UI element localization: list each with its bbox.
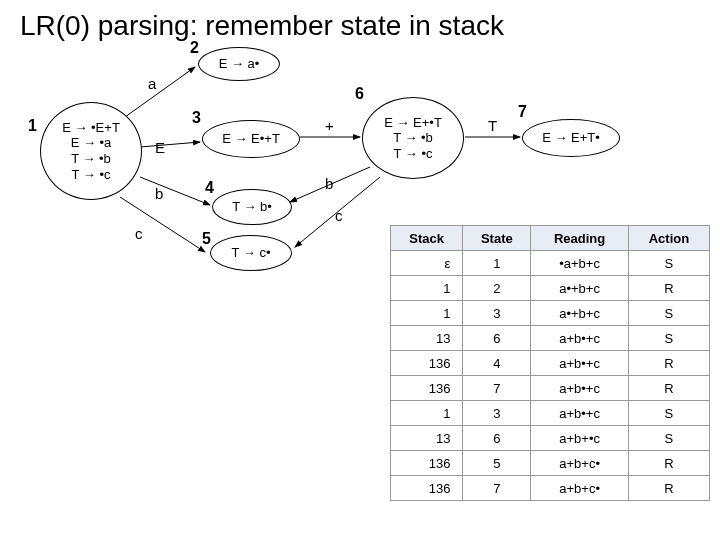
state-4: T → b• [212, 189, 292, 225]
cell: 1 [463, 251, 531, 276]
state-7-label: 7 [518, 103, 527, 121]
cell: a+b•+c [531, 401, 629, 426]
state-1-label: 1 [28, 117, 37, 135]
cell: R [628, 476, 709, 501]
cell: 1 [391, 301, 463, 326]
state-5-label: 5 [202, 230, 211, 248]
cell: 13 [391, 326, 463, 351]
table-row: 1365a+b+c•R [391, 451, 710, 476]
cell: 136 [391, 451, 463, 476]
cell: S [628, 326, 709, 351]
cell: 6 [463, 426, 531, 451]
cell: 1 [391, 401, 463, 426]
state-3: E → E•+T [202, 120, 300, 158]
table-row: 1367a+b+c•R [391, 476, 710, 501]
cell: 4 [463, 351, 531, 376]
cell: R [628, 276, 709, 301]
state-3-label: 3 [192, 109, 201, 127]
cell: 136 [391, 376, 463, 401]
col-stack: Stack [391, 226, 463, 251]
page-title: LR(0) parsing: remember state in stack [20, 10, 700, 42]
state-item: E → •a [71, 135, 112, 151]
edge-c2: c [335, 207, 343, 224]
edge-E: E [155, 139, 165, 156]
table-row: ε1•a+b+cS [391, 251, 710, 276]
state-4-label: 4 [205, 179, 214, 197]
edge-b: b [155, 185, 163, 202]
state-6: E → E+•T T → •b T → •c [362, 97, 464, 179]
table-row: 13a+b•+cS [391, 401, 710, 426]
svg-line-0 [125, 67, 195, 117]
cell: a+b•+c [531, 326, 629, 351]
cell: R [628, 376, 709, 401]
cell: S [628, 426, 709, 451]
cell: S [628, 401, 709, 426]
cell: 2 [463, 276, 531, 301]
state-2: E → a• [198, 47, 280, 81]
state-item: T → c• [232, 245, 271, 261]
cell: a+b+•c [531, 426, 629, 451]
cell: a+b+c• [531, 451, 629, 476]
state-item: T → •b [71, 151, 111, 167]
cell: ε [391, 251, 463, 276]
cell: 6 [463, 326, 531, 351]
cell: a•+b+c [531, 276, 629, 301]
state-7: E → E+T• [522, 119, 620, 157]
edge-a: a [148, 75, 156, 92]
state-5: T → c• [210, 235, 292, 271]
col-action: Action [628, 226, 709, 251]
table-row: 136a+b•+cS [391, 326, 710, 351]
cell: 7 [463, 476, 531, 501]
state-1: E → •E+T E → •a T → •b T → •c [40, 102, 142, 200]
table-row: 1364a+b•+cR [391, 351, 710, 376]
state-item: T → •b [393, 130, 433, 146]
state-item: T → •c [72, 167, 111, 183]
cell: 3 [463, 401, 531, 426]
table-row: 12a•+b+cR [391, 276, 710, 301]
cell: R [628, 351, 709, 376]
state-item: E → •E+T [62, 120, 120, 136]
table-row: 1367a+b•+cR [391, 376, 710, 401]
cell: a+b+c• [531, 476, 629, 501]
edge-c: c [135, 225, 143, 242]
cell: 7 [463, 376, 531, 401]
cell: 136 [391, 476, 463, 501]
cell: •a+b+c [531, 251, 629, 276]
cell: R [628, 451, 709, 476]
cell: 1 [391, 276, 463, 301]
cell: 5 [463, 451, 531, 476]
edge-T: T [488, 117, 497, 134]
cell: a+b•+c [531, 376, 629, 401]
edge-b2: b [325, 175, 333, 192]
svg-line-3 [120, 197, 205, 252]
cell: 136 [391, 351, 463, 376]
cell: 13 [391, 426, 463, 451]
svg-line-1 [140, 142, 200, 147]
table-row: 136a+b+•cS [391, 426, 710, 451]
state-item: T → •c [394, 146, 433, 162]
parse-trace-table: Stack State Reading Action ε1•a+b+cS12a•… [390, 225, 710, 501]
state-item: T → b• [232, 199, 272, 215]
cell: S [628, 301, 709, 326]
state-item: E → E•+T [222, 131, 280, 147]
col-reading: Reading [531, 226, 629, 251]
cell: 3 [463, 301, 531, 326]
state-2-label: 2 [190, 39, 199, 57]
cell: S [628, 251, 709, 276]
state-6-label: 6 [355, 85, 364, 103]
col-state: State [463, 226, 531, 251]
state-item: E → a• [219, 56, 260, 72]
state-item: E → E+•T [384, 115, 442, 131]
table-row: 13a•+b+cS [391, 301, 710, 326]
cell: a+b•+c [531, 351, 629, 376]
edge-plus: + [325, 117, 334, 134]
cell: a•+b+c [531, 301, 629, 326]
state-item: E → E+T• [542, 130, 600, 146]
svg-line-2 [140, 177, 210, 205]
